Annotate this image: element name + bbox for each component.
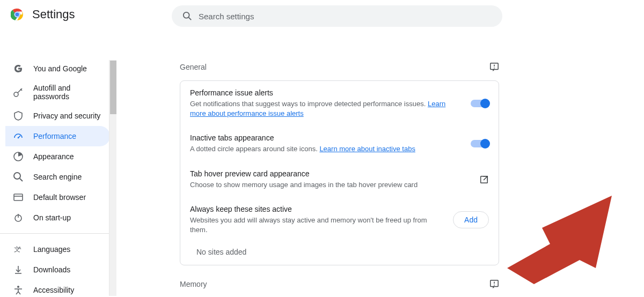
svg-marker-30 (507, 196, 612, 284)
sidebar-item-privacy-and-security[interactable]: Privacy and security (5, 106, 110, 126)
setting-performance-alerts[interactable]: Performance issue alerts Get notificatio… (180, 81, 499, 126)
svg-point-29 (15, 12, 20, 17)
setting-desc: Websites you add will always stay active… (190, 216, 444, 235)
setting-inactive-tabs[interactable]: Inactive tabs appearance A dotted circle… (180, 126, 499, 161)
setting-desc: Get notifications that suggest ways to i… (190, 99, 462, 118)
annotation-arrow-icon (502, 188, 620, 289)
section-title-memory: Memory (180, 280, 207, 288)
sidebar-item-label: On start-up (33, 213, 71, 222)
general-settings-card: Performance issue alerts Get notificatio… (180, 80, 499, 265)
chrome-logo-icon (11, 8, 24, 21)
nav-separator (0, 233, 110, 234)
sidebar-item-label: Default browser (33, 193, 86, 202)
setting-tab-hover[interactable]: Tab hover preview card appearance Choose… (180, 162, 499, 197)
g-icon (13, 63, 24, 74)
sidebar-item-performance[interactable]: Performance (5, 126, 110, 146)
browser-icon (13, 192, 24, 203)
sidebar-item-appearance[interactable]: Appearance (5, 146, 110, 167)
download-icon (13, 264, 24, 275)
learn-more-link[interactable]: Learn more about inactive tabs (319, 145, 415, 153)
translate-icon (13, 244, 24, 255)
sidebar-item-label: Downloads (33, 265, 70, 274)
search-icon (13, 172, 24, 182)
feedback-icon[interactable] (489, 62, 499, 72)
sidebar-item-autofill-and-passwords[interactable]: Autofill and passwords (5, 79, 110, 106)
section-title-general: General (180, 63, 207, 71)
setting-title: Performance issue alerts (190, 88, 462, 97)
key-icon (13, 87, 24, 98)
sidebar-item-default-browser[interactable]: Default browser (5, 187, 110, 207)
sidebar-item-label: Languages (33, 245, 70, 254)
sidebar-item-languages[interactable]: Languages (5, 239, 110, 259)
external-link-icon[interactable] (479, 175, 489, 184)
setting-title: Tab hover preview card appearance (190, 169, 471, 178)
empty-sites-text: No sites added (180, 242, 499, 265)
sidebar-item-on-start-up[interactable]: On start-up (5, 207, 110, 228)
paint-icon (13, 151, 24, 162)
setting-always-active-sites: Always keep these sites active Websites … (180, 197, 499, 242)
page-title: Settings (32, 8, 75, 21)
sidebar-item-you-and-google[interactable]: You and Google (5, 58, 110, 79)
toggle-inactive-tabs[interactable] (471, 140, 489, 147)
sidebar-item-label: Accessibility (33, 286, 74, 294)
sidebar-item-label: Search engine (33, 173, 82, 181)
sidebar-item-label: Autofill and passwords (33, 84, 103, 101)
search-input[interactable] (199, 12, 492, 21)
accessibility-icon (13, 285, 24, 295)
sidebar-item-downloads[interactable]: Downloads (5, 259, 110, 280)
setting-desc: A dotted circle appears around site icon… (190, 144, 462, 154)
sidebar-item-label: Performance (33, 132, 76, 140)
sidebar-item-label: You and Google (33, 64, 87, 73)
sidebar-item-search-engine[interactable]: Search engine (5, 167, 110, 187)
feedback-icon[interactable] (489, 279, 499, 289)
power-icon (13, 212, 24, 223)
add-site-button[interactable]: Add (453, 211, 489, 228)
setting-title: Always keep these sites active (190, 205, 444, 213)
toggle-performance-alerts[interactable] (471, 100, 489, 107)
speedometer-icon (13, 131, 24, 142)
search-icon (182, 11, 192, 21)
setting-title: Inactive tabs appearance (190, 133, 462, 142)
search-settings-bar[interactable] (172, 5, 502, 27)
sidebar-item-label: Appearance (33, 152, 74, 161)
setting-desc: Choose to show memory usage and images i… (190, 180, 471, 190)
shield-icon (13, 110, 24, 121)
settings-sidebar: You and Google Autofill and passwords Pr… (0, 29, 110, 297)
sidebar-item-accessibility[interactable]: Accessibility (5, 280, 110, 297)
sidebar-item-label: Privacy and security (33, 112, 100, 120)
